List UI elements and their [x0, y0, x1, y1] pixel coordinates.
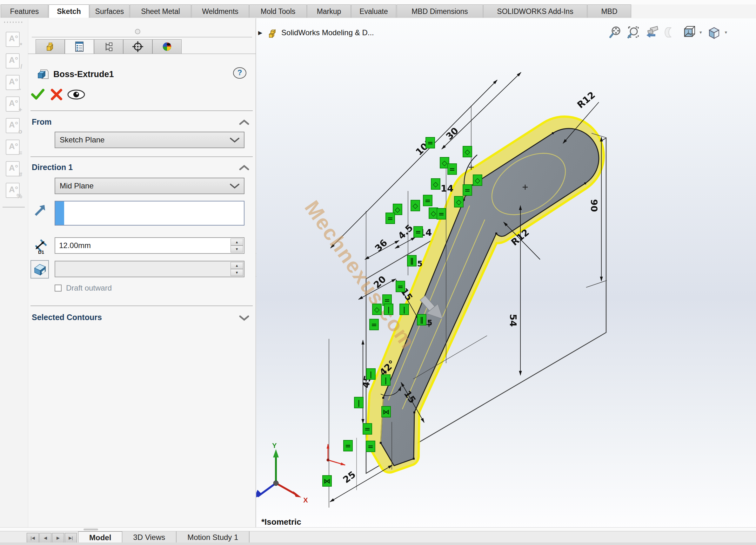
flyout-feature-tree-header[interactable]: ▶ SolidWorks Modeling & D... — [258, 27, 374, 39]
ribbon-tab-evaluate[interactable]: Evaluate — [351, 4, 396, 18]
dimension-14[interactable]: 14 — [441, 183, 453, 194]
sketch-relation-badge[interactable]: | — [384, 303, 393, 315]
ribbon-tab-sketch[interactable]: Sketch — [49, 4, 89, 18]
sketch-relation-badge[interactable]: = — [437, 208, 446, 220]
draft-outward-checkbox[interactable] — [55, 284, 62, 291]
depth-spinner[interactable]: ▲▼ — [231, 239, 243, 253]
preview-eye-icon[interactable] — [68, 90, 84, 99]
sketch-relation-badge[interactable]: ◇ — [431, 178, 440, 190]
view-orientation-label: *Isometric — [261, 517, 301, 527]
ribbon-tab-mbd[interactable]: MBD — [587, 4, 631, 18]
sketch-relation-badge[interactable]: = — [366, 441, 375, 452]
panel-collapse-dot[interactable] — [135, 29, 140, 34]
sketch-relation-badge[interactable]: ◇ — [463, 146, 472, 157]
ribbon-tab-mold-tools[interactable]: Mold Tools — [249, 4, 307, 18]
bottom-tab-model[interactable]: Model — [78, 531, 122, 543]
sketch-relation-badge[interactable]: ◇ — [411, 200, 420, 211]
collapse-chevron-icon[interactable] — [239, 165, 250, 171]
manager-tab-featuremanager-design-tree[interactable] — [36, 39, 65, 54]
direction-reference-selection-box[interactable] — [55, 201, 244, 226]
start-condition-dropdown[interactable]: Sketch Plane — [55, 132, 244, 148]
annotation-group-icon[interactable]: A°o — [4, 117, 22, 135]
ribbon-tab-features[interactable]: Features — [1, 4, 48, 18]
flyout-tree-label[interactable]: SolidWorks Modeling & D... — [281, 28, 374, 37]
annotation-add-icon[interactable]: A°+ — [4, 96, 22, 114]
help-icon[interactable]: ? — [233, 67, 246, 79]
ribbon-tab-solidworks-add-ins[interactable]: SOLIDWORKS Add-Ins — [483, 4, 587, 18]
display-style-dropdown-caret[interactable]: ▾ — [725, 30, 727, 35]
previous-frame-button[interactable]: ◀ — [39, 533, 51, 543]
zoom-fit-icon[interactable] — [607, 25, 623, 40]
display-style-icon[interactable] — [706, 25, 722, 40]
flyout-expand-icon[interactable]: ▶ — [258, 30, 262, 36]
sketch-relation-badge[interactable]: = — [343, 440, 353, 451]
direction1-section-header[interactable]: Direction 1 — [32, 163, 73, 172]
manager-tab-propertymanager[interactable] — [65, 39, 94, 54]
sketch-relation-badge[interactable]: ◇ — [372, 303, 382, 315]
manager-tab-displaymanager[interactable] — [152, 39, 182, 54]
sketch-relation-badge[interactable]: = — [396, 281, 405, 292]
bottom-tab-3d-views[interactable]: 3D Views — [122, 531, 177, 543]
model-scene[interactable]: Y Z X — [256, 18, 756, 527]
annotation-gears-icon[interactable]: A°% — [4, 182, 22, 200]
dimension-54[interactable]: 54 — [508, 314, 518, 327]
previous-view-icon[interactable] — [644, 25, 659, 40]
annotation-edit-icon[interactable]: A°/ — [4, 53, 22, 70]
draft-angle-spinner[interactable]: ▲▼ — [231, 262, 243, 276]
annotation-stamp-icon[interactable]: A°# — [4, 161, 22, 178]
sketch-relation-badge[interactable]: | — [381, 374, 391, 386]
ok-button[interactable] — [32, 90, 43, 98]
sketch-relation-badge[interactable]: = — [363, 423, 372, 435]
ribbon-tab-markup[interactable]: Markup — [307, 4, 351, 18]
ribbon-tab-mbd-dimensions[interactable]: MBD Dimensions — [397, 4, 483, 18]
annotation-export-icon[interactable]: A°→ — [4, 74, 22, 92]
ribbon-tab-sheet-metal[interactable]: Sheet Metal — [130, 4, 191, 18]
sketch-relation-badge[interactable]: | — [366, 368, 376, 380]
sketch-relation-badge[interactable]: = — [413, 226, 423, 238]
bottom-tab-motion-study-1[interactable]: Motion Study 1 — [177, 531, 250, 543]
sketch-relation-badge[interactable]: | — [354, 397, 364, 408]
dimension-90[interactable]: 90 — [589, 199, 599, 212]
manager-tab-dimxpertmanager[interactable] — [123, 39, 152, 54]
viewport-background — [256, 18, 756, 527]
annotation-new-icon[interactable]: A°* — [4, 31, 22, 49]
sketch-relation-badge[interactable]: = — [385, 213, 395, 224]
sketch-relation-badge[interactable]: = — [423, 195, 432, 206]
next-frame-button[interactable]: ▶ — [52, 533, 64, 543]
annotation-save-icon[interactable]: A°= — [4, 139, 22, 157]
view-orientation-icon[interactable] — [681, 25, 696, 40]
view-orientation-dropdown-caret[interactable]: ▾ — [699, 30, 702, 35]
sketch-relation-badge[interactable]: ∥5 — [407, 255, 417, 267]
sketch-relation-badge[interactable]: = — [463, 184, 472, 196]
cancel-button[interactable] — [52, 90, 61, 99]
selected-contours-section-header[interactable]: Selected Contours — [32, 313, 102, 322]
sketch-relation-badge[interactable]: | — [399, 303, 409, 315]
reverse-direction-icon[interactable] — [33, 204, 47, 218]
toolbar-grip-handle[interactable] — [3, 21, 24, 23]
ribbon-tab-surfaces[interactable]: Surfaces — [90, 4, 130, 18]
sketch-relation-badge[interactable]: ◇ — [454, 196, 464, 208]
depth-input[interactable]: 12.00mm ▲▼ — [55, 237, 244, 254]
graphics-viewport[interactable]: Y Z X ▶ SolidWorks Modeling & D... ▾▾ Me… — [256, 18, 756, 527]
draft-angle-input[interactable]: ▲▼ — [55, 261, 244, 277]
expand-chevron-icon[interactable] — [239, 315, 250, 321]
from-section-header[interactable]: From — [32, 117, 52, 127]
ribbon-tab-weldments[interactable]: Weldments — [191, 4, 249, 18]
selection-active-strip — [55, 202, 64, 225]
sketch-relation-badge[interactable]: ∥5 — [417, 314, 426, 325]
zoom-to-area-icon[interactable] — [626, 25, 641, 40]
section-view-icon[interactable] — [663, 25, 678, 40]
ribbon-tab-bar: FeaturesSketchSurfacesSheet MetalWeldmen… — [1, 4, 632, 18]
draft-toggle-button[interactable] — [30, 260, 49, 278]
end-condition-dropdown[interactable]: Mid Plane — [55, 178, 244, 194]
sketch-relation-badge[interactable]: ◇ — [473, 175, 482, 186]
first-frame-button[interactable]: |◀ — [27, 533, 39, 543]
collapse-chevron-icon[interactable] — [239, 119, 250, 126]
sketch-relation-badge[interactable]: = — [425, 137, 435, 149]
manager-tab-configurationmanager[interactable] — [94, 39, 123, 54]
last-frame-button[interactable]: ▶| — [65, 533, 77, 543]
sketch-relation-badge[interactable]: = — [447, 163, 457, 175]
sketch-relation-badge[interactable]: ⋈ — [322, 475, 332, 487]
sketch-relation-badge[interactable]: = — [369, 319, 379, 330]
sketch-relation-badge[interactable]: ⋈ — [381, 406, 391, 417]
